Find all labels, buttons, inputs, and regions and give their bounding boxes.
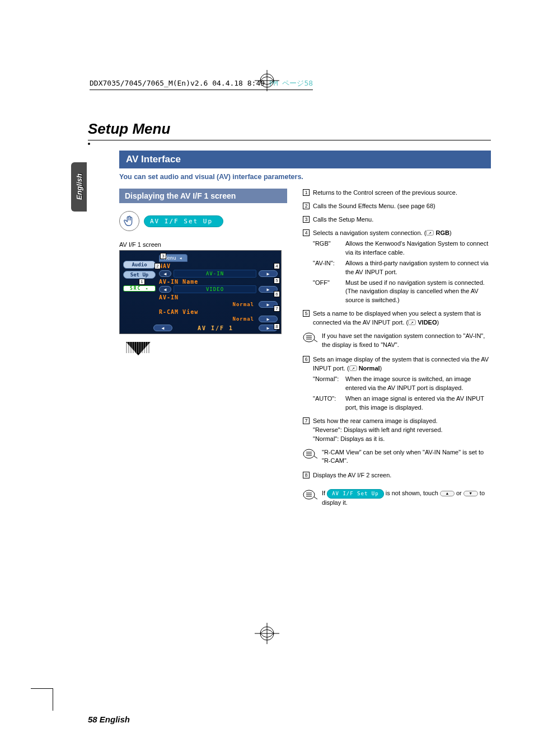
av-if-setup-button-small[interactable]: AV I/F Set Up (327, 489, 383, 499)
num-5: 5 (303, 310, 310, 317)
note-icon (303, 448, 317, 459)
description-list: 1 Returns to the Control screen of the p… (303, 189, 491, 327)
desc-7: Sets how the rear camera image is displa… (313, 417, 491, 444)
desc-8: Displays the AV I/F 2 screen. (313, 471, 491, 480)
callout-1: 1 (139, 279, 145, 285)
prev-page-icon: ◀ (153, 325, 172, 331)
page-title: Setup Menu (88, 120, 491, 138)
default-icon: ↗ (408, 320, 416, 325)
ss-avin-value: Normal (159, 301, 256, 308)
callout-5: 5 (274, 278, 280, 284)
desc-3: Calls the Setup Menu. (313, 215, 491, 224)
num-2: 2 (303, 203, 310, 209)
language-tab: English (71, 162, 87, 212)
registration-mark-bottom (250, 623, 284, 646)
down-arrow-icon (126, 342, 151, 355)
description-list-3: 8 Displays the AV I/F 2 screen. (303, 471, 491, 480)
ss-nav-label: NAV (159, 263, 278, 269)
default-icon: ↗ (349, 365, 357, 371)
num-4: 4 (303, 229, 310, 236)
page-footer: 58 English (88, 715, 130, 724)
note-5: note If you have set the navigation syst… (303, 332, 491, 350)
nav-button-row: AV I/F Set Up (119, 211, 223, 231)
registration-mark-top (250, 70, 284, 93)
desc-5: Sets a name to be displayed when you sel… (313, 309, 491, 327)
av-if-1-screenshot: Audio Set Up SRC ◂ Menu ◂ NAV ◀ AV-IN ▶ (119, 250, 282, 334)
callout-2: 2 (154, 263, 161, 269)
num-3: 3 (303, 216, 310, 223)
scroll-down-icon[interactable]: ▼ (463, 491, 478, 496)
right-arrow-icon: ▶ (259, 270, 278, 277)
ss-avin-name-label: AV-IN Name (159, 279, 278, 285)
callout-7: 7 (274, 306, 280, 312)
desc-6: Sets an image display of the system that… (313, 355, 491, 412)
left-subheading: Displaying the AV I/F 1 screen (119, 189, 287, 203)
left-arrow-icon: ◀ (159, 270, 171, 277)
description-list-2: 6 Sets an image display of the system th… (303, 355, 491, 443)
default-icon: ↗ (426, 230, 434, 236)
note-icon (303, 489, 317, 500)
note-icon: note (303, 332, 317, 343)
title-rule (88, 140, 491, 140)
note-7: "R-CAM View" can be set only when "AV-IN… (303, 448, 491, 466)
ss-rcam-value: Normal (159, 316, 256, 322)
desc-2: Calls the Sound Effects Menu. (see page … (313, 202, 491, 211)
callout-6: 6 (274, 291, 280, 297)
right-arrow-icon: ▶ (259, 316, 278, 322)
ss-avin-label: AV-IN (159, 294, 278, 300)
screenshot-label: AV I/F 1 screen (119, 241, 287, 248)
section-subtitle: You can set audio and visual (AV) interf… (119, 173, 491, 181)
num-7: 7 (303, 417, 310, 424)
av-if-setup-button[interactable]: AV I/F Set Up (144, 215, 223, 227)
num-8: 8 (303, 472, 310, 478)
ss-nav-value: AV-IN (174, 270, 256, 278)
callout-4: 4 (274, 263, 280, 269)
section-heading: AV Interface (119, 151, 491, 168)
ss-setup-chip: Set Up (123, 271, 156, 279)
num-1: 1 (303, 189, 310, 196)
ss-src-chip: SRC ◂ (123, 285, 156, 292)
hand-icon (119, 211, 139, 231)
scroll-up-icon[interactable]: ▲ (440, 491, 455, 496)
desc-1: Returns to the Control screen of the pre… (313, 189, 491, 198)
left-arrow-icon: ◀ (159, 286, 171, 293)
footnote: If AV I/F Set Up is not shown, touch ▲ o… (303, 489, 491, 508)
ss-audio-chip: Audio (123, 261, 156, 269)
ss-footer-title: AV I/F 1 (176, 325, 255, 331)
ss-avin-name-value: VIDEO (174, 285, 256, 293)
crop-mark (31, 688, 53, 711)
callout-3: 3 (160, 253, 166, 259)
num-6: 6 (303, 356, 310, 363)
desc-4: Selects a navigation system connection. … (313, 229, 491, 306)
ss-rcam-label: R-CAM View (159, 309, 278, 315)
callout-8: 8 (274, 323, 280, 330)
